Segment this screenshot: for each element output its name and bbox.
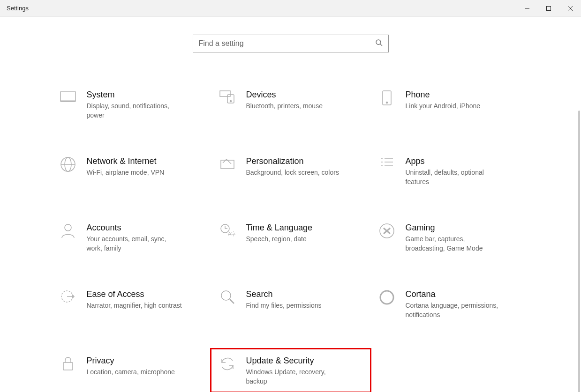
svg-line-17	[227, 160, 231, 164]
category-text: Update & SecurityWindows Update, recover…	[239, 355, 342, 386]
category-accounts[interactable]: AccountsYour accounts, email, sync, work…	[54, 218, 209, 257]
category-desc: Link your Android, iPhone	[406, 101, 481, 111]
phone-icon	[376, 89, 398, 106]
search-input[interactable]	[199, 39, 375, 48]
category-desc: Game bar, captures, broadcasting, Game M…	[406, 234, 501, 253]
category-title: Privacy	[87, 355, 175, 366]
category-text: AccountsYour accounts, email, sync, work…	[79, 222, 182, 253]
content-area: SystemDisplay, sound, notifications, pow…	[0, 17, 581, 392]
category-desc: Narrator, magnifier, high contrast	[87, 301, 182, 310]
category-desc: Windows Update, recovery, backup	[246, 367, 342, 386]
gaming-icon	[376, 222, 398, 239]
svg-point-4	[376, 40, 381, 44]
search-icon	[216, 288, 239, 304]
categories-grid: SystemDisplay, sound, notifications, pow…	[54, 85, 528, 390]
ease-icon	[57, 288, 79, 303]
category-title: Search	[246, 288, 322, 300]
update-icon	[216, 355, 239, 372]
svg-line-5	[380, 44, 382, 46]
minimize-button[interactable]	[516, 0, 538, 16]
svg-point-12	[386, 102, 387, 104]
titlebar-controls	[516, 0, 581, 16]
svg-rect-1	[547, 6, 551, 10]
window-title: Settings	[7, 5, 29, 12]
svg-rect-35	[63, 362, 73, 370]
time-icon: A字	[216, 222, 239, 237]
privacy-icon	[57, 355, 79, 372]
category-privacy[interactable]: PrivacyLocation, camera, microphone	[54, 351, 209, 390]
close-button[interactable]	[559, 0, 581, 16]
category-time[interactable]: A字Time & LanguageSpeech, region, date	[213, 218, 368, 257]
category-apps[interactable]: AppsUninstall, defaults, optional featur…	[373, 152, 528, 190]
network-icon	[57, 155, 79, 172]
category-title: Ease of Access	[87, 288, 182, 300]
category-network[interactable]: Network & InternetWi-Fi, airplane mode, …	[54, 152, 209, 190]
category-text: GamingGame bar, captures, broadcasting, …	[398, 222, 501, 253]
svg-point-10	[230, 101, 231, 102]
category-text: Network & InternetWi-Fi, airplane mode, …	[79, 155, 165, 177]
category-update[interactable]: Update & SecurityWindows Update, recover…	[213, 351, 368, 390]
category-title: Update & Security	[246, 355, 342, 366]
category-text: AppsUninstall, defaults, optional featur…	[398, 155, 501, 186]
category-desc: Speech, region, date	[246, 234, 312, 244]
svg-point-34	[380, 291, 393, 304]
category-desc: Location, camera, microphone	[87, 367, 175, 377]
apps-icon	[376, 155, 398, 170]
category-text: Ease of AccessNarrator, magnifier, high …	[79, 288, 182, 310]
category-text: Time & LanguageSpeech, region, date	[239, 222, 312, 244]
category-system[interactable]: SystemDisplay, sound, notifications, pow…	[54, 85, 209, 124]
category-desc: Background, lock screen, colors	[246, 168, 339, 177]
svg-rect-8	[220, 91, 230, 96]
category-title: Time & Language	[246, 222, 312, 233]
category-ease[interactable]: Ease of AccessNarrator, magnifier, high …	[54, 285, 209, 323]
category-gaming[interactable]: GamingGame bar, captures, broadcasting, …	[373, 218, 528, 257]
category-desc: Bluetooth, printers, mouse	[246, 101, 323, 111]
category-title: Personalization	[246, 155, 339, 167]
category-title: Phone	[406, 89, 481, 100]
system-icon	[57, 89, 79, 103]
category-desc: Display, sound, notifications, power	[87, 101, 182, 120]
category-desc: Your accounts, email, sync, work, family	[87, 234, 182, 253]
category-devices[interactable]: DevicesBluetooth, printers, mouse	[213, 85, 368, 124]
category-search[interactable]: SearchFind my files, permissions	[213, 285, 368, 323]
category-title: Network & Internet	[87, 155, 165, 167]
category-text: PersonalizationBackground, lock screen, …	[239, 155, 339, 177]
category-text: PrivacyLocation, camera, microphone	[79, 355, 175, 377]
category-title: Apps	[406, 155, 501, 167]
category-title: Devices	[246, 89, 323, 100]
category-title: Cortana	[406, 288, 501, 300]
maximize-icon	[546, 6, 551, 11]
category-desc: Find my files, permissions	[246, 301, 322, 310]
svg-point-32	[221, 291, 231, 300]
svg-rect-16	[221, 160, 234, 169]
category-title: Accounts	[87, 222, 182, 233]
svg-rect-6	[60, 92, 75, 101]
svg-point-24	[65, 224, 71, 231]
category-text: DevicesBluetooth, printers, mouse	[239, 89, 323, 111]
category-personalization[interactable]: PersonalizationBackground, lock screen, …	[213, 152, 368, 190]
devices-icon	[216, 89, 239, 104]
scrollbar[interactable]	[578, 111, 580, 392]
search-icon	[375, 39, 383, 48]
maximize-button[interactable]	[538, 0, 559, 16]
svg-text:A字: A字	[228, 231, 235, 237]
category-desc: Uninstall, defaults, optional features	[406, 168, 501, 186]
minimize-icon	[524, 6, 530, 11]
category-desc: Cortana language, permissions, notificat…	[406, 301, 501, 319]
personalization-icon	[216, 155, 239, 170]
search-box[interactable]	[193, 35, 389, 52]
category-text: SearchFind my files, permissions	[239, 288, 322, 310]
category-text: PhoneLink your Android, iPhone	[398, 89, 481, 111]
category-phone[interactable]: PhoneLink your Android, iPhone	[373, 85, 528, 124]
category-title: System	[87, 89, 182, 100]
cortana-icon	[376, 288, 398, 305]
svg-line-33	[230, 299, 234, 303]
category-desc: Wi-Fi, airplane mode, VPN	[87, 168, 165, 177]
search-wrap	[0, 17, 581, 52]
titlebar: Settings	[0, 0, 581, 17]
category-cortana[interactable]: CortanaCortana language, permissions, no…	[373, 285, 528, 323]
close-icon	[567, 6, 573, 11]
category-text: CortanaCortana language, permissions, no…	[398, 288, 501, 319]
accounts-icon	[57, 222, 79, 239]
category-text: SystemDisplay, sound, notifications, pow…	[79, 89, 182, 120]
